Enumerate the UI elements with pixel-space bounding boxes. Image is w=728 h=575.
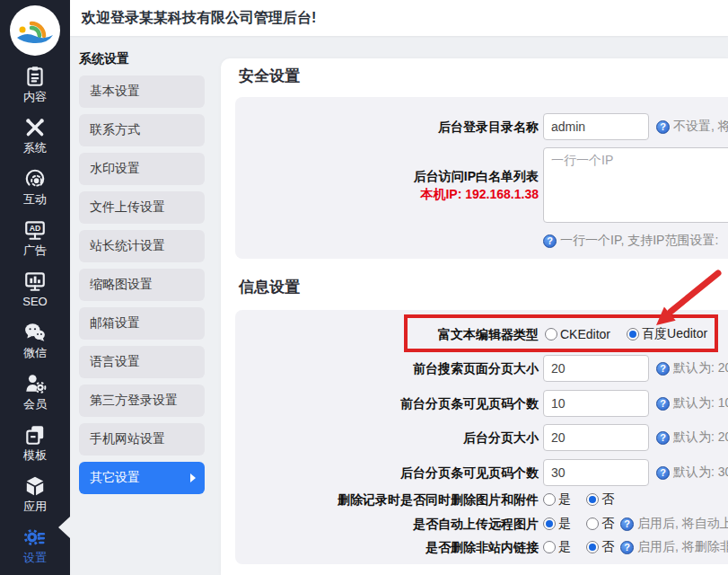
rail-label: 互动 — [23, 192, 47, 206]
signal-gear-icon — [23, 167, 47, 190]
submenu-item-other[interactable]: 其它设置 — [79, 462, 205, 494]
chart-monitor-icon — [23, 270, 47, 293]
field-label: 是否删除非站内链接 — [235, 538, 539, 556]
radio-option-no[interactable]: 否 — [586, 539, 614, 555]
field-label: 富文本编辑器类型 — [235, 325, 539, 343]
field-label: 前台搜索页面分页大小 — [235, 359, 539, 377]
login-dir-input[interactable] — [543, 113, 649, 140]
radio-option-no[interactable]: 否 — [586, 516, 614, 532]
form-row-ip-help: ? 一行一个IP, 支持IP范围设置: — [235, 232, 728, 250]
submenu-item-email[interactable]: 邮箱设置 — [79, 307, 205, 340]
submenu-title: 系统设置 — [79, 51, 129, 67]
rail-item-members[interactable]: 会员 — [0, 372, 70, 411]
help-icon: ? — [656, 431, 670, 445]
rail-label: 广告 — [23, 243, 47, 257]
field-label: 是否自动上传远程图片 — [235, 515, 539, 533]
rail-item-interaction[interactable]: 互动 — [0, 167, 70, 206]
field-label: 删除记录时是否同时删除图片和附件 — [235, 491, 539, 509]
radio-option-ueditor[interactable]: 百度Ueditor — [627, 326, 707, 342]
radio-icon[interactable] — [543, 541, 556, 553]
logo-icon — [10, 5, 60, 56]
form-row-admin-pagesize: 后台分页大小 ? 默认为: 20条, — [235, 424, 728, 451]
app-logo[interactable] — [10, 5, 60, 56]
rail-label: 系统 — [23, 141, 47, 155]
help-text: ? 不设置, 将 — [656, 119, 728, 135]
rail-item-apps[interactable]: 应用 — [0, 474, 70, 513]
submenu-item-thirdparty[interactable]: 第三方登录设置 — [79, 385, 205, 417]
submenu-item-basic[interactable]: 基本设置 — [79, 75, 205, 108]
admin-pager-count-input[interactable] — [543, 459, 649, 486]
submenu-item-upload[interactable]: 文件上传设置 — [79, 191, 205, 224]
rail-label: 会员 — [23, 397, 47, 411]
help-icon: ? — [620, 518, 634, 531]
form-row-front-pager-count: 前台分页条可见页码个数 ? 默认为: 10条, — [235, 390, 728, 417]
admin-settings-page: { "glyphs": {"help": "?"}, "header": {"t… — [0, 0, 728, 575]
section-heading-info: 信息设置 — [239, 277, 300, 297]
help-icon: ? — [656, 466, 670, 480]
radio-option-yes[interactable]: 是 — [543, 516, 571, 532]
radio-icon[interactable] — [586, 518, 599, 530]
field-label: 前台分页条可见页码个数 — [235, 394, 539, 412]
wechat-icon — [23, 321, 47, 344]
front-pager-count-input[interactable] — [543, 390, 649, 417]
submenu-pointer-wedge — [58, 517, 70, 538]
rail-label: SEO — [22, 295, 47, 308]
help-text: ? 默认为: 20条, — [656, 429, 728, 446]
rail-item-content[interactable]: 内容 — [0, 65, 70, 103]
section-heading-security: 安全设置 — [239, 66, 300, 86]
submenu-item-watermark[interactable]: 水印设置 — [79, 153, 205, 185]
security-panel: 后台登录目录名称 ? 不设置, 将 后台访问IP白名单列表 本机IP: 192.… — [235, 97, 728, 259]
help-icon: ? — [656, 362, 670, 376]
submenu-item-thumbnail[interactable]: 缩略图设置 — [79, 269, 205, 301]
rail-item-templates[interactable]: 模板 — [0, 423, 70, 462]
help-icon: ? — [656, 120, 670, 134]
form-row-ip-whitelist: 后台访问IP白名单列表 本机IP: 192.168.1.38 — [235, 147, 728, 223]
submenu-item-contact[interactable]: 联系方式 — [79, 114, 205, 146]
radio-icon[interactable] — [543, 518, 556, 530]
gear-list-icon — [23, 526, 47, 549]
field-label: 后台登录目录名称 — [235, 118, 539, 136]
help-text: ? 启用后, 将自动上 — [620, 516, 728, 532]
rail-label: 微信 — [23, 346, 47, 359]
submenu-item-language[interactable]: 语言设置 — [79, 346, 205, 378]
submenu: 基本设置 联系方式 水印设置 文件上传设置 站长统计设置 缩略图设置 邮箱设置 … — [79, 75, 205, 494]
form-row-admin-pager-count: 后台分页条可见页码个数 ? 默认为: 30条, — [235, 459, 728, 486]
radio-icon[interactable] — [543, 493, 556, 506]
radio-icon[interactable] — [586, 493, 599, 506]
admin-pagesize-input[interactable] — [543, 424, 649, 451]
radio-option-ckeditor[interactable]: CKEditor — [545, 327, 610, 341]
submenu-item-mobile[interactable]: 手机网站设置 — [79, 423, 205, 456]
form-row-login-dir: 后台登录目录名称 ? 不设置, 将 — [235, 113, 728, 140]
radio-icon[interactable] — [586, 541, 599, 553]
svg-text:AD: AD — [30, 224, 41, 233]
form-row-front-search-pagesize: 前台搜索页面分页大小 ? 默认为: 20条, — [235, 355, 728, 382]
rail-item-wechat[interactable]: 微信 — [0, 321, 70, 359]
page-title: 欢迎登录某某科技有限公司管理后台! — [82, 9, 316, 28]
rail-item-seo[interactable]: SEO — [0, 270, 70, 308]
help-icon: ? — [543, 234, 557, 248]
icon-rail: 内容 系统 互动 AD 广告 — [0, 0, 70, 575]
help-icon: ? — [620, 541, 634, 554]
clipboard-icon — [23, 65, 47, 88]
radio-option-no[interactable]: 否 — [586, 491, 614, 508]
cube-icon — [23, 474, 47, 498]
help-text: ? 默认为: 20条, — [656, 360, 728, 376]
submenu-item-stats[interactable]: 站长统计设置 — [79, 230, 205, 262]
help-text: ? 默认为: 10条, — [656, 395, 728, 411]
rail-label: 内容 — [23, 90, 47, 103]
front-search-pagesize-input[interactable] — [543, 355, 649, 382]
form-row-auto-upload-remote: 是否自动上传远程图片 是 否 ? 启用后, 将自动上 — [235, 514, 728, 534]
rail-item-ads[interactable]: AD 广告 — [0, 218, 70, 257]
topbar: 欢迎登录某某科技有限公司管理后台! — [70, 0, 728, 36]
form-row-delete-attachments: 删除记录时是否同时删除图片和附件 是 否 — [235, 490, 728, 509]
radio-icon[interactable] — [627, 328, 639, 341]
radio-icon[interactable] — [545, 328, 557, 341]
pages-icon — [23, 423, 47, 447]
rail-item-system[interactable]: 系统 — [0, 116, 70, 155]
field-label: 后台访问IP白名单列表 本机IP: 192.168.1.38 — [235, 147, 539, 204]
radio-option-yes[interactable]: 是 — [543, 491, 571, 508]
ip-whitelist-textarea[interactable] — [543, 147, 728, 223]
content-card: 安全设置 后台登录目录名称 ? 不设置, 将 后台访问IP白名单列表 本机IP:… — [221, 58, 728, 575]
tools-icon — [23, 116, 47, 139]
radio-option-yes[interactable]: 是 — [543, 539, 571, 555]
